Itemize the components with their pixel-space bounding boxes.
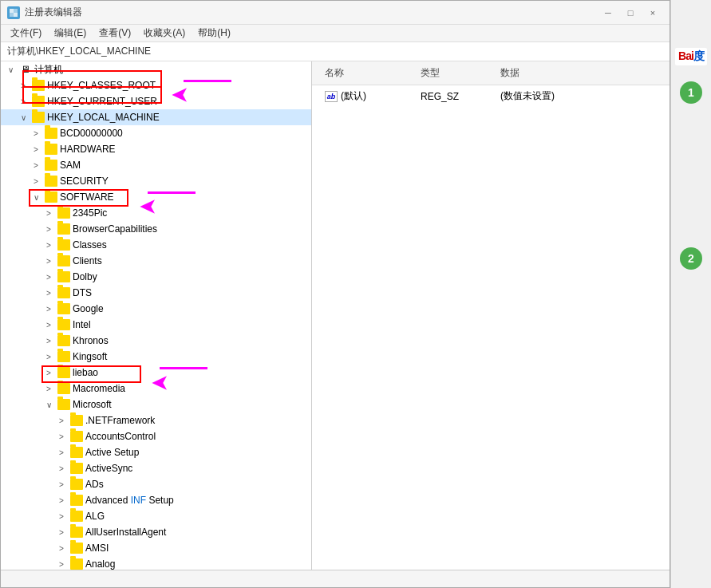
close-button[interactable]: × [642, 5, 663, 21]
toggle-kingsoft[interactable]: > [42, 350, 55, 363]
tree-panel[interactable]: ∨ 🖥 计算机 > HKEY_CLASSES_ROOT > HKEY_CURRE… [1, 61, 312, 570]
tree-item-microsoft[interactable]: ∨ Microsoft [1, 397, 311, 412]
toggle-khronos[interactable]: > [42, 334, 55, 347]
tree-item-classes[interactable]: > Classes [1, 237, 311, 253]
svg-rect-2 [10, 13, 14, 17]
toggle-activesync[interactable]: > [55, 462, 68, 475]
folder-icon-analog [70, 558, 83, 570]
tree-item-local-machine[interactable]: ∨ HKEY_LOCAL_MACHINE [1, 109, 311, 125]
toggle-macromedia[interactable]: > [42, 382, 55, 395]
folder-icon-bcd [45, 128, 57, 139]
menu-file[interactable]: 文件(F) [4, 25, 48, 41]
tree-label-software: SOFTWARE [60, 191, 114, 203]
tree-item-accountscontrol[interactable]: > AccountsControl [1, 428, 311, 444]
tree-item-bcd[interactable]: > BCD00000000 [1, 125, 311, 141]
tree-label-macromedia: Macromedia [73, 383, 125, 394]
tree-label-alg: ALG [85, 511, 105, 522]
tree-item-current-user[interactable]: > HKEY_CURRENT_USER [1, 93, 311, 109]
toggle-accountscontrol[interactable]: > [55, 430, 68, 443]
toggle-microsoft[interactable]: ∨ [42, 398, 55, 411]
tree-item-security[interactable]: > SECURITY [1, 173, 311, 189]
folder-icon-intel [57, 319, 70, 330]
toggle-software[interactable]: ∨ [30, 191, 42, 203]
maximize-button[interactable]: □ [620, 5, 641, 21]
toggle-google[interactable]: > [42, 302, 55, 315]
menu-bar: 文件(F) 编辑(E) 查看(V) 收藏夹(A) 帮助(H) [1, 25, 670, 42]
minimize-button[interactable]: ─ [598, 5, 618, 21]
folder-icon-microsoft [57, 399, 70, 410]
menu-help[interactable]: 帮助(H) [192, 25, 237, 41]
tree-item-browsercap[interactable]: > BrowserCapabilities [1, 221, 311, 237]
tree-item-classes-root[interactable]: > HKEY_CLASSES_ROOT [1, 77, 311, 93]
toggle-classes[interactable]: > [42, 239, 55, 251]
tree-item-advanced-inf-setup[interactable]: > Advanced INF Setup [1, 492, 311, 508]
toggle-dts[interactable]: > [42, 286, 55, 299]
toggle-bcd[interactable]: > [30, 127, 42, 140]
folder-icon-google [57, 303, 70, 314]
tree-item-ads[interactable]: > ADs [1, 476, 311, 492]
menu-view[interactable]: 查看(V) [93, 25, 137, 41]
tree-item-khronos[interactable]: > Khronos [1, 333, 311, 349]
toggle-active-setup[interactable]: > [55, 446, 68, 459]
tree-item-active-setup[interactable]: > Active Setup [1, 444, 311, 460]
toggle-alg[interactable]: > [55, 510, 68, 523]
tree-item-computer[interactable]: ∨ 🖥 计算机 [1, 61, 311, 77]
toggle-intel[interactable]: > [42, 318, 55, 331]
toggle-current-user[interactable]: > [17, 95, 30, 108]
tree-item-dolby[interactable]: > Dolby [1, 269, 311, 285]
menu-edit[interactable]: 编辑(E) [48, 25, 93, 41]
tree-item-netframework[interactable]: > .NETFramework [1, 412, 311, 428]
tree-item-dts[interactable]: > DTS [1, 285, 311, 301]
tree-item-activesync[interactable]: > ActiveSync [1, 460, 311, 476]
tree-item-liebao[interactable]: > liebao [1, 365, 311, 381]
tree-label-analog: Analog [85, 558, 115, 570]
tree-item-hardware[interactable]: > HARDWARE [1, 141, 311, 157]
tree-item-intel[interactable]: > Intel [1, 317, 311, 333]
toggle-liebao[interactable]: > [42, 366, 55, 379]
tree-item-alg[interactable]: > ALG [1, 508, 311, 524]
value-icon-ab: ab [325, 91, 338, 102]
tree-label-dts: DTS [73, 287, 92, 298]
toggle-hardware[interactable]: > [30, 143, 42, 156]
toggle-2345pic[interactable]: > [42, 207, 55, 219]
tree-item-amsi[interactable]: > AMSI [1, 540, 311, 556]
toggle-advanced-inf-setup[interactable]: > [55, 494, 68, 507]
toggle-computer[interactable]: ∨ [4, 63, 17, 76]
toggle-security[interactable]: > [30, 175, 42, 187]
tree-label-microsoft: Microsoft [73, 399, 112, 410]
tree-item-analog[interactable]: > Analog [1, 556, 311, 570]
col-type: 类型 [414, 65, 494, 81]
toggle-alluserinstallagent[interactable]: > [55, 526, 68, 539]
detail-panel: 名称 类型 数据 ab (默认) REG_SZ (数值未设置) [312, 61, 670, 570]
tree-item-clients[interactable]: > Clients [1, 253, 311, 269]
menu-favorites[interactable]: 收藏夹(A) [137, 25, 192, 41]
toggle-ads[interactable]: > [55, 478, 68, 491]
toggle-dolby[interactable]: > [42, 270, 55, 283]
status-bar [1, 570, 670, 587]
value-name-default: ab (默认) [318, 88, 414, 105]
toggle-classes-root[interactable]: > [17, 79, 30, 92]
tree-item-kingsoft[interactable]: > Kingsoft [1, 349, 311, 365]
tree-item-alluserinstallagent[interactable]: > AllUserInstallAgent [1, 524, 311, 540]
tree-item-macromedia[interactable]: > Macromedia [1, 381, 311, 397]
tree-item-2345pic[interactable]: > 2345Pic [1, 205, 311, 221]
tree-label-active-setup: Active Setup [85, 447, 139, 458]
folder-icon-advanced-inf-setup [70, 495, 83, 506]
folder-icon-alg [70, 511, 83, 522]
toggle-clients[interactable]: > [42, 255, 55, 267]
toggle-amsi[interactable]: > [55, 542, 68, 554]
toggle-local-machine[interactable]: ∨ [17, 111, 30, 124]
toggle-analog[interactable]: > [55, 558, 68, 570]
tree-label-kingsoft: Kingsoft [73, 351, 107, 362]
toggle-sam[interactable]: > [30, 159, 42, 172]
detail-row-default[interactable]: ab (默认) REG_SZ (数值未设置) [312, 85, 670, 107]
tree-item-google[interactable]: > Google [1, 301, 311, 317]
toggle-netframework[interactable]: > [55, 414, 68, 427]
right-panel: Bai度 1 2 [670, 0, 711, 588]
tree-label-google: Google [73, 303, 104, 314]
tree-item-sam[interactable]: > SAM [1, 157, 311, 173]
toggle-browsercap[interactable]: > [42, 223, 55, 235]
tree-label-security: SECURITY [60, 176, 109, 187]
tree-label-current-user: HKEY_CURRENT_USER [47, 96, 157, 107]
tree-item-software[interactable]: ∨ SOFTWARE [1, 189, 311, 205]
